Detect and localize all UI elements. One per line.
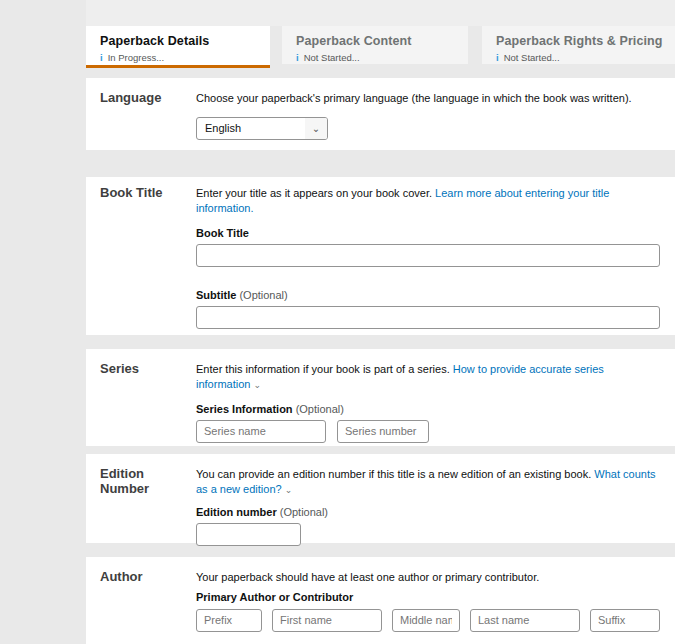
optional-hint: (Optional): [239, 289, 287, 301]
section-language: Language Choose your paperback's primary…: [86, 78, 675, 150]
author-first-name-input[interactable]: [272, 609, 382, 632]
section-series: Series Enter this information if your bo…: [86, 349, 675, 446]
section-title: Author: [100, 569, 196, 644]
subtitle-label: Subtitle (Optional): [196, 289, 660, 301]
author-suffix-input[interactable]: [590, 609, 660, 632]
section-title: Language: [100, 90, 196, 150]
author-middle-name-input[interactable]: [392, 609, 460, 632]
series-name-input[interactable]: [196, 420, 326, 443]
optional-hint: (Optional): [296, 403, 344, 415]
section-edition-number: Edition Number You can provide an editio…: [86, 454, 675, 543]
series-number-input[interactable]: [337, 420, 429, 443]
primary-author-label: Primary Author or Contributor: [196, 591, 660, 603]
tab-status-text: Not Started...: [504, 52, 560, 63]
top-strip: [86, 0, 675, 26]
info-icon: i: [100, 52, 103, 63]
tab-paperback-content[interactable]: Paperback Content iNot Started...: [282, 26, 468, 64]
section-description: You can provide an edition number if thi…: [196, 467, 660, 497]
tab-title: Paperback Rights & Pricing: [496, 34, 675, 48]
section-description: Choose your paperback's primary language…: [196, 91, 660, 106]
book-title-label: Book Title: [196, 227, 660, 239]
edition-number-input[interactable]: [196, 523, 301, 546]
section-book-title: Book Title Enter your title as it appear…: [86, 177, 675, 335]
tab-title: Paperback Content: [296, 34, 468, 48]
tab-title: Paperback Details: [100, 34, 270, 48]
chevron-down-icon: ⌄: [305, 118, 327, 139]
section-author: Author Your paperback should have at lea…: [86, 557, 675, 644]
author-prefix-input[interactable]: [196, 609, 262, 632]
section-description: Enter this information if your book is p…: [196, 362, 660, 392]
info-icon: i: [296, 52, 299, 63]
language-select[interactable]: English ⌄: [196, 117, 328, 140]
tab-status-text: Not Started...: [304, 52, 360, 63]
tab-paperback-details[interactable]: Paperback Details iIn Progress...: [86, 26, 270, 68]
tab-status: iNot Started...: [296, 52, 468, 63]
main-content: Paperback Details iIn Progress... Paperb…: [86, 0, 675, 644]
series-information-label: Series Information (Optional): [196, 403, 660, 415]
tab-paperback-rights-pricing[interactable]: Paperback Rights & Pricing iNot Started.…: [482, 26, 675, 64]
tab-status-text: In Progress...: [108, 52, 165, 63]
section-description: Enter your title as it appears on your b…: [196, 186, 660, 216]
book-title-input[interactable]: [196, 244, 660, 267]
tab-status: iNot Started...: [496, 52, 675, 63]
author-last-name-input[interactable]: [470, 609, 580, 632]
description-text: You can provide an edition number if thi…: [196, 468, 591, 480]
language-select-value: English: [197, 122, 305, 134]
chevron-down-icon: ⌄: [285, 485, 293, 495]
tab-status: iIn Progress...: [100, 52, 270, 63]
description-text: Enter this information if your book is p…: [196, 363, 450, 375]
edition-number-label: Edition number (Optional): [196, 506, 660, 518]
subtitle-input[interactable]: [196, 306, 660, 329]
description-text: Enter your title as it appears on your b…: [196, 187, 432, 199]
chevron-down-icon: ⌄: [253, 380, 261, 390]
section-description: Your paperback should have at least one …: [196, 570, 660, 585]
tab-bar: Paperback Details iIn Progress... Paperb…: [86, 26, 675, 68]
section-title: Edition Number: [100, 466, 196, 543]
info-icon: i: [496, 52, 499, 63]
section-title: Book Title: [100, 185, 196, 335]
section-title: Series: [100, 361, 196, 446]
optional-hint: (Optional): [280, 506, 328, 518]
